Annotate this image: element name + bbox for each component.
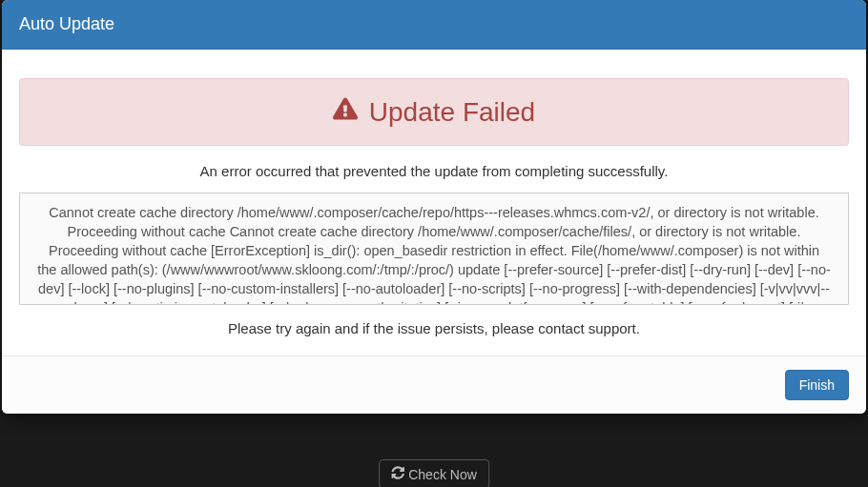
- auto-update-modal: Auto Update Update Failed An error occur…: [2, 0, 866, 414]
- modal-header: Auto Update: [2, 0, 866, 50]
- finish-button[interactable]: Finish: [785, 370, 849, 400]
- check-now-label: Check Now: [408, 467, 477, 482]
- retry-message: Please try again and if the issue persis…: [19, 320, 849, 336]
- modal-body: Update Failed An error occurred that pre…: [2, 50, 866, 355]
- modal-title: Auto Update: [19, 14, 114, 33]
- refresh-icon: [391, 466, 404, 482]
- alert-heading: Update Failed: [369, 97, 535, 128]
- modal-footer: Finish: [2, 355, 866, 414]
- warning-icon: [333, 96, 358, 128]
- error-log-text: Cannot create cache directory /home/www/…: [37, 205, 831, 305]
- update-failed-alert: Update Failed: [19, 78, 849, 146]
- error-intro-text: An error occurred that prevented the upd…: [19, 163, 849, 179]
- error-log-box[interactable]: Cannot create cache directory /home/www/…: [19, 193, 849, 305]
- check-now-button[interactable]: Check Now: [379, 459, 489, 487]
